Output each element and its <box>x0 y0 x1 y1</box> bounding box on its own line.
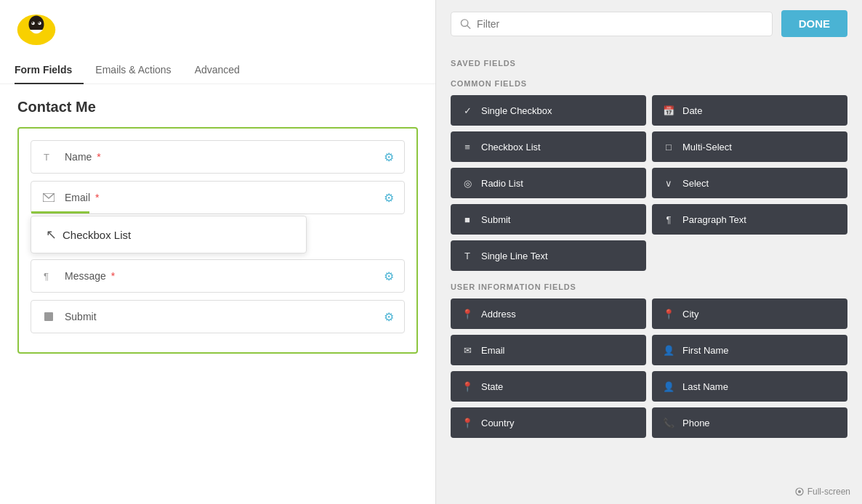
state-btn[interactable]: 📍 State <box>451 371 646 402</box>
header: Form Fields Emails & Actions Advanced <box>0 0 435 84</box>
logo <box>15 12 58 48</box>
content-area: Contact Me T Name * ⚙ Email * ⚙ <box>0 84 435 504</box>
gear-icon-submit[interactable]: ⚙ <box>384 310 394 324</box>
submit-btn-label: Submit <box>481 214 510 225</box>
right-content: SAVED FIELDS COMMON FIELDS ✓ Single Chec… <box>436 47 862 482</box>
country-icon: 📍 <box>461 416 474 429</box>
common-fields-label: COMMON FIELDS <box>451 79 847 88</box>
radio-list-btn[interactable]: ◎ Radio List <box>451 168 646 198</box>
filter-search[interactable] <box>451 12 773 36</box>
filter-input[interactable] <box>477 18 763 30</box>
message-field[interactable]: ¶ Message * ⚙ <box>31 259 405 293</box>
radio-list-label: Radio List <box>481 178 523 189</box>
tabs: Form Fields Emails & Actions Advanced <box>15 57 421 84</box>
email-field-wrapper: Email * ⚙ ↖ Checkbox List <box>31 181 405 214</box>
checkbox-list-btn[interactable]: ≡ Checkbox List <box>451 131 646 162</box>
email-field[interactable]: Email * ⚙ <box>31 181 405 214</box>
svg-line-12 <box>467 25 470 28</box>
paragraph-text-label: Paragraph Text <box>682 214 746 225</box>
svg-text:¶: ¶ <box>44 271 49 281</box>
text-icon: T <box>41 150 56 164</box>
date-label: Date <box>682 105 702 116</box>
checkbox-list-tooltip: ↖ Checkbox List <box>31 216 307 253</box>
multi-select-icon: □ <box>662 140 675 153</box>
user-info-fields-grid: 📍 Address 📍 City ✉ Email 👤 First Name 📍 … <box>451 298 847 438</box>
first-name-icon: 👤 <box>662 344 675 357</box>
single-checkbox-btn[interactable]: ✓ Single Checkbox <box>451 95 646 126</box>
first-name-btn[interactable]: 👤 First Name <box>652 335 847 365</box>
select-btn[interactable]: ∨ Select <box>652 168 847 198</box>
city-icon: 📍 <box>662 307 675 320</box>
svg-point-5 <box>32 22 33 23</box>
checkbox-icon: ✓ <box>461 104 474 117</box>
email-user-btn[interactable]: ✉ Email <box>451 335 646 365</box>
paragraph-btn-icon: ¶ <box>662 213 675 226</box>
message-label: Message * <box>65 270 384 282</box>
form-container: T Name * ⚙ Email * ⚙ ↖ Checkbox List <box>17 127 418 354</box>
gear-icon-message[interactable]: ⚙ <box>384 269 394 283</box>
required-star: * <box>97 151 100 163</box>
svg-text:T: T <box>44 152 49 162</box>
select-label: Select <box>682 178 709 189</box>
state-icon: 📍 <box>461 380 474 393</box>
submit-icon <box>41 309 56 324</box>
date-btn[interactable]: 📅 Date <box>652 95 847 126</box>
email-label: Email * <box>65 192 384 203</box>
svg-point-14 <box>798 490 801 493</box>
last-name-btn[interactable]: 👤 Last Name <box>652 371 847 402</box>
select-icon: ∨ <box>662 176 675 190</box>
email-user-label: Email <box>481 345 505 356</box>
name-field[interactable]: T Name * ⚙ <box>31 140 405 174</box>
tab-advanced[interactable]: Advanced <box>183 57 251 84</box>
single-line-text-label: Single Line Text <box>481 251 548 261</box>
single-line-text-btn[interactable]: T Single Line Text <box>451 240 646 271</box>
country-btn[interactable]: 📍 Country <box>451 407 646 438</box>
tab-form-fields[interactable]: Form Fields <box>15 57 84 84</box>
saved-fields-label: SAVED FIELDS <box>451 59 847 68</box>
paragraph-icon: ¶ <box>41 269 56 283</box>
phone-btn[interactable]: 📞 Phone <box>652 407 847 438</box>
city-label: City <box>682 309 698 320</box>
cursor-symbol: ↖ <box>46 227 57 243</box>
address-icon: 📍 <box>461 307 474 320</box>
user-info-fields-label: USER INFORMATION FIELDS <box>451 283 847 291</box>
gear-icon-email[interactable]: ⚙ <box>384 191 394 205</box>
city-btn[interactable]: 📍 City <box>652 298 847 329</box>
required-star-message: * <box>111 270 115 282</box>
gear-icon[interactable]: ⚙ <box>384 150 394 164</box>
svg-point-6 <box>39 22 40 23</box>
checkbox-list-label: Checkbox List <box>481 142 541 153</box>
email-icon <box>41 190 56 205</box>
left-panel: Form Fields Emails & Actions Advanced Co… <box>0 0 436 504</box>
submit-label: Submit <box>65 311 384 322</box>
submit-btn[interactable]: ■ Submit <box>451 204 646 235</box>
email-user-icon: ✉ <box>461 344 474 357</box>
fullscreen-link[interactable]: Full-screen <box>795 487 850 497</box>
fullscreen-bar: Full-screen <box>436 482 862 504</box>
multi-select-label: Multi-Select <box>682 142 732 153</box>
right-header: DONE <box>436 0 862 47</box>
fullscreen-text: Full-screen <box>807 487 850 497</box>
country-label: Country <box>481 418 515 428</box>
phone-icon: 📞 <box>662 416 675 429</box>
state-label: State <box>481 381 503 392</box>
submit-field[interactable]: Submit ⚙ <box>31 300 405 333</box>
email-progress <box>31 211 89 214</box>
done-button[interactable]: DONE <box>781 10 847 37</box>
form-title: Contact Me <box>17 99 418 115</box>
fullscreen-icon <box>795 487 804 496</box>
multi-select-btn[interactable]: □ Multi-Select <box>652 131 847 162</box>
required-star-email: * <box>95 192 99 203</box>
address-btn[interactable]: 📍 Address <box>451 298 646 329</box>
paragraph-text-btn[interactable]: ¶ Paragraph Text <box>652 204 847 235</box>
address-label: Address <box>481 309 516 320</box>
date-icon: 📅 <box>662 104 675 117</box>
list-icon: ≡ <box>461 140 474 153</box>
phone-label: Phone <box>682 418 710 428</box>
svg-rect-10 <box>44 312 53 321</box>
tooltip-text: Checkbox List <box>63 229 131 241</box>
submit-btn-icon: ■ <box>461 213 474 226</box>
last-name-label: Last Name <box>682 381 728 392</box>
search-icon <box>460 18 471 30</box>
tab-emails-actions[interactable]: Emails & Actions <box>84 57 182 84</box>
